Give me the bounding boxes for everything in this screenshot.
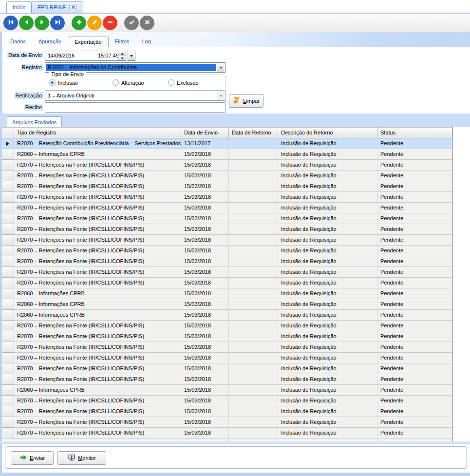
table-row[interactable]: R2070 – Retenções na Fonte (IR/CSLL/COFI… [2,256,452,267]
table-row[interactable]: R2020 – Retenção Contribuição Previdenci… [2,138,452,149]
row-indicator-cell [2,160,14,171]
row-indicator-cell [2,331,14,342]
registro-selected-value: R1000 – Informações do Contribuinte [46,64,216,71]
cell-descricao: Inclusão de Requisição [278,213,377,224]
tab-arquivos-enviados[interactable]: Arquivos Enviados [7,116,62,127]
column-header-data-de-retorno[interactable]: Data de Retorno [229,127,278,138]
column-header-status[interactable]: Status [377,127,452,138]
close-tab-button[interactable] [69,4,77,11]
data-de-envio-field[interactable]: 14/09/2016 15:07:49 [45,51,126,61]
table-row[interactable]: R2060 – Informações CPRB15/03/2018Inclus… [2,385,452,396]
cell-tipo: R2070 – Retenções na Fonte (IR/CSLL/COFI… [14,353,181,363]
enviar-button[interactable]: Enviar [11,451,54,465]
table-row[interactable]: R2070 – Retenções na Fonte (IR/CSLL/COFI… [2,278,452,288]
radio-exclusao[interactable]: Exclusão [168,79,199,86]
retificacao-dropdown-button[interactable] [217,92,225,100]
table-row[interactable]: R2070 – Retenções na Fonte (IR/CSLL/COFI… [2,396,452,406]
cell-descricao: Inclusão de Requisição [278,310,377,321]
window-bottom-border [0,473,470,476]
cell-tipo: R2070 – Retenções na Fonte (IR/CSLL/COFI… [14,417,181,428]
table-row[interactable]: R2070 – Retenções na Fonte (IR/CSLL/COFI… [2,224,452,235]
column-header-descricao-do-retorno[interactable]: Descrição do Retorno [278,127,377,138]
table-row[interactable]: R2070 – Retenções na Fonte (IR/CSLL/COFI… [2,203,452,213]
table-row[interactable]: R2070 – Retenções na Fonte (IR/CSLL/COFI… [2,406,452,417]
cell-tipo: R2070 – Retenções na Fonte (IR/CSLL/COFI… [14,321,181,331]
table-row[interactable]: R2070 – Retenções na Fonte (IR/CSLL/COFI… [2,267,452,278]
table-row[interactable]: R2060 – Informações CPRB15/03/2018Inclus… [2,288,452,299]
post-edit-button[interactable] [124,16,139,30]
prior-record-button[interactable] [19,16,34,30]
table-row[interactable]: R2070 – Retenções na Fonte (IR/CSLL/COFI… [2,353,452,363]
calendar-dropdown-button[interactable] [128,51,135,61]
retificacao-combo[interactable]: 1 – Arquivo Original [45,91,226,101]
row-indicator-cell [2,363,14,374]
doc-tab-efd-reinf[interactable]: EFD REINF [31,1,83,13]
cell-tipo: R2070 – Retenções na Fonte (IR/CSLL/COFI… [14,213,181,224]
table-row[interactable]: R2070 – Retenções na Fonte (IR/CSLL/COFI… [2,246,452,256]
column-header-tipo-de-registro[interactable]: Tipo de Registro [14,127,181,138]
cell-status: Pendente [377,256,452,267]
arquivos-band: Arquivos Enviados [0,114,470,127]
limpar-button[interactable]: Limpar [229,94,263,108]
table-row[interactable]: R2060 – Informações CPRB15/03/2018Inclus… [2,310,452,321]
last-record-icon [54,19,61,27]
cell-retorno [229,310,278,321]
table-row[interactable]: R2070 – Retenções na Fonte (IR/CSLL/COFI… [2,331,452,342]
spin-down-button[interactable] [118,56,126,60]
cell-retorno [229,363,278,374]
cancel-edit-button[interactable] [140,16,154,30]
cell-retorno [229,385,278,396]
edit-record-button[interactable] [87,16,102,30]
tab-dados[interactable]: Dados [4,36,32,47]
table-row[interactable]: R2070 – Retenções na Fonte (IR/CSLL/COFI… [2,428,452,438]
plus-icon [75,19,83,27]
spin-up-icon [121,53,124,55]
tab-apuracao[interactable]: Apuração [32,36,68,47]
radio-inclusao[interactable]: Inclusão [49,79,78,86]
table-row[interactable]: R2070 – Retenções na Fonte (IR/CSLL/COFI… [2,181,452,192]
table-row[interactable]: R2060 – Informações CPRB15/03/2018Inclus… [2,299,452,310]
tipo-de-envio-legend: Tipo de Envio [49,71,86,77]
spin-up-button[interactable] [118,51,126,56]
monitor-button[interactable]: Monitor [57,451,106,465]
tab-log[interactable]: Log [136,36,157,47]
table-row[interactable]: R2070 – Retenções na Fonte (IR/CSLL/COFI… [2,342,452,353]
cell-descricao: Inclusão de Requisição [278,192,377,203]
tab-filtros[interactable]: Filtros [109,36,136,47]
cell-status: Pendente [377,417,452,428]
last-record-button[interactable] [50,16,65,30]
cell-envio: 15/03/2018 [181,203,229,213]
table-row[interactable]: R2060 – Informações CPRB15/03/2018Inclus… [2,149,452,160]
cell-tipo: R2060 – Informações CPRB [14,299,181,310]
cell-retorno [229,256,278,267]
row-indicator-cell [2,181,14,192]
table-row[interactable]: R2070 – Retenções na Fonte (IR/CSLL/COFI… [2,235,452,246]
cell-status: Pendente [377,224,452,235]
column-header-data-de-envio[interactable]: Data de Envio [181,127,229,138]
table-row[interactable]: R2070 – Retenções na Fonte (IR/CSLL/COFI… [2,374,452,385]
tab-exportacao[interactable]: Exportação [68,37,109,47]
delete-record-button[interactable] [103,16,117,30]
table-row[interactable]: R2070 – Retenções na Fonte (IR/CSLL/COFI… [2,321,452,331]
table-row[interactable]: R2070 – Retenções na Fonte (IR/CSLL/COFI… [2,160,452,171]
doc-tab-inicio-label: Início [13,4,25,10]
doc-tab-inicio[interactable]: Início [6,1,32,13]
insert-record-button[interactable] [72,16,86,30]
table-row[interactable]: R2070 – Retenções na Fonte (IR/CSLL/COFI… [2,417,452,428]
first-record-button[interactable] [3,16,18,30]
row-indicator-cell [2,192,14,203]
cell-descricao: Inclusão de Requisição [278,138,377,149]
next-record-button[interactable] [35,16,49,30]
table-row[interactable]: R2070 – Retenções na Fonte (IR/CSLL/COFI… [2,213,452,224]
cell-retorno [229,181,278,192]
radio-alteracao[interactable]: Alteração [113,79,144,86]
next-record-icon [38,19,46,27]
cell-status: Pendente [377,353,452,363]
table-row[interactable]: R2070 – Retenções na Fonte (IR/CSLL/COFI… [2,171,452,181]
registro-dropdown-button[interactable] [217,63,225,72]
table-row[interactable]: R2070 – Retenções na Fonte (IR/CSLL/COFI… [2,192,452,203]
cell-retorno [229,138,278,149]
cell-tipo: R2070 – Retenções na Fonte (IR/CSLL/COFI… [14,267,181,278]
table-row[interactable]: R2070 – Retenções na Fonte (IR/CSLL/COFI… [2,363,452,374]
recibo-input[interactable] [45,102,226,113]
